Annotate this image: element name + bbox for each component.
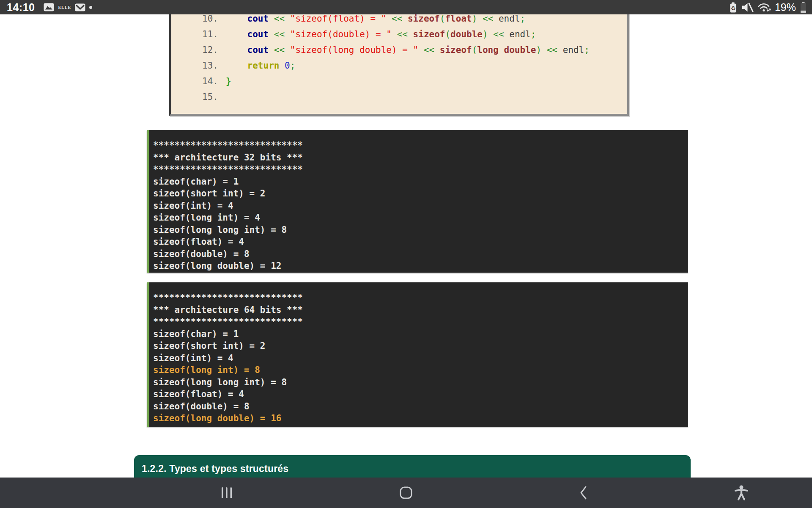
code-token (285, 14, 290, 24)
elle-notification-icon: ELLE (58, 5, 71, 10)
terminal-line: sizeof(short int) = 2 (153, 340, 688, 352)
home-icon (399, 486, 413, 500)
code-token: << (392, 14, 402, 24)
code-token: sizeof (408, 14, 440, 24)
code-token (226, 61, 247, 71)
terminal-line: sizeof(long double) = 16 (153, 412, 688, 425)
line-number: 14. (171, 74, 218, 89)
code-token: ( (472, 45, 477, 55)
status-bar: 14:10 ELLE ♻ (0, 0, 812, 14)
code-token: sizeof (413, 29, 445, 39)
terminal-line: **************************** (153, 139, 688, 152)
code-line: 12. cout << "sizeof(long double) = " << … (171, 42, 627, 58)
code-token: cout (247, 29, 269, 39)
wifi-icon (757, 2, 771, 13)
code-token: ; (290, 61, 296, 71)
code-line: 11. cout << "sizeof(double) = " << sizeo… (171, 27, 627, 42)
terminal-line: sizeof(char) = 1 (153, 176, 688, 188)
code-token: << (483, 14, 493, 24)
terminal-output-32: ******************************* architec… (147, 130, 688, 273)
code-token (269, 29, 274, 39)
code-line: 14.} (171, 74, 627, 89)
terminal-line: sizeof(long double) = 12 (153, 260, 688, 272)
code-token (226, 29, 247, 39)
code-token (408, 29, 413, 39)
terminal-64-lines: ******************************* architec… (153, 292, 688, 425)
back-button[interactable] (567, 478, 601, 508)
terminal-line: sizeof(int) = 4 (153, 200, 688, 212)
terminal-line: sizeof(long long int) = 8 (153, 224, 688, 236)
terminal-line: *** architecture 64 bits *** (153, 304, 688, 316)
status-left: 14:10 ELLE (7, 0, 92, 14)
code-text: cout << "sizeof(long double) = " << size… (218, 42, 590, 58)
terminal-line: *** architecture 32 bits *** (153, 152, 688, 164)
recents-button[interactable] (210, 478, 244, 508)
terminal-line: sizeof(int) = 4 (153, 352, 688, 364)
code-token: return (247, 61, 280, 71)
clock: 14:10 (7, 1, 35, 14)
code-token: cout (247, 45, 269, 55)
code-token: ; (584, 45, 590, 55)
code-text: return 0; (218, 58, 295, 74)
code-token (477, 14, 483, 24)
code-token (418, 45, 424, 55)
more-notifications-dot (89, 6, 92, 9)
code-line: 15. (171, 89, 627, 105)
svg-text:♻: ♻ (731, 5, 736, 11)
code-token: ; (531, 29, 536, 39)
line-number: 13. (171, 58, 218, 74)
navigation-bar (0, 478, 812, 508)
terminal-line: sizeof(long int) = 8 (153, 364, 688, 376)
code-token: << (274, 29, 285, 39)
code-block: 10. cout << "sizeof(float) = " << sizeof… (169, 0, 629, 116)
battery-icon (800, 1, 807, 13)
code-token: << (397, 29, 408, 39)
code-token: << (274, 45, 285, 55)
code-token: sizeof (440, 45, 472, 55)
code-token: "sizeof(long double) = " (290, 45, 418, 55)
battery-saver-icon: ♻ (729, 2, 737, 13)
code-token: float (445, 14, 472, 24)
code-token (285, 45, 290, 55)
code-token (226, 45, 247, 55)
line-number: 15. (171, 89, 218, 105)
mail-icon (75, 3, 85, 11)
code-token (269, 14, 274, 24)
terminal-line: sizeof(double) = 8 (153, 400, 688, 413)
code-token: << (274, 14, 285, 24)
code-token: << (424, 45, 434, 55)
code-token: endl (563, 45, 584, 55)
code-token (285, 29, 290, 39)
battery-percentage: 19% (775, 1, 796, 14)
terminal-line: **************************** (153, 163, 688, 176)
accessibility-button[interactable] (724, 478, 758, 508)
code-token (226, 14, 247, 24)
status-right: ♻ 19% (729, 0, 807, 14)
code-token: 0 (285, 61, 290, 71)
code-token: endl (499, 14, 520, 24)
accessibility-icon (734, 485, 749, 501)
code-lines: 10. cout << "sizeof(float) = " << sizeof… (171, 11, 627, 105)
code-token: cout (247, 14, 269, 24)
terminal-output-64: ******************************* architec… (147, 282, 688, 427)
code-token (557, 45, 563, 55)
screen: 10. cout << "sizeof(float) = " << sizeof… (0, 0, 812, 508)
line-number: 12. (171, 42, 218, 58)
code-token: long double (477, 45, 536, 55)
code-token: endl (509, 29, 531, 39)
code-line: 13. return 0; (171, 58, 627, 74)
line-number: 11. (171, 27, 218, 42)
home-button[interactable] (389, 478, 423, 508)
terminal-line: sizeof(float) = 4 (153, 388, 688, 400)
code-token: double (450, 29, 483, 39)
terminal-line: sizeof(long long int) = 8 (153, 376, 688, 389)
terminal-32-lines: ******************************* architec… (153, 139, 688, 272)
code-token: ) (483, 29, 488, 39)
code-token: << (493, 29, 504, 39)
code-token: } (226, 76, 231, 86)
code-text: } (218, 74, 231, 89)
code-token (402, 14, 408, 24)
code-text (218, 89, 226, 105)
code-text: cout << "sizeof(double) = " << sizeof(do… (218, 27, 536, 42)
back-icon (579, 486, 588, 500)
